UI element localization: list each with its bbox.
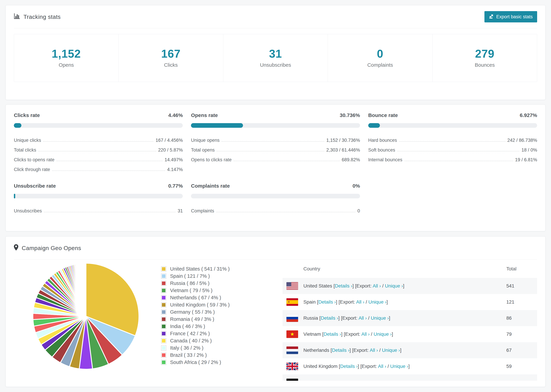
- rate-detail-row: Unique clicks167 / 4.456%: [14, 133, 183, 143]
- export-unique-link[interactable]: Unique ›: [368, 299, 387, 305]
- dotted-leader: [233, 161, 340, 161]
- dotted-leader: [222, 141, 324, 142]
- legend-swatch: [161, 345, 166, 351]
- country-name: Russia: [304, 315, 318, 321]
- geo-table-row-partial: [283, 374, 537, 381]
- rate-detail-value: 689.82%: [342, 157, 360, 163]
- rate-header: Clicks rate4.46%: [14, 112, 183, 118]
- export-all-link[interactable]: All ›: [359, 315, 367, 321]
- rate-detail-value: 14.497%: [165, 157, 183, 163]
- legend-label: United Kingdom ( 59 / 3% ): [170, 302, 230, 308]
- details-link[interactable]: Details ›: [340, 364, 358, 369]
- export-unique-link[interactable]: Unique ›: [371, 315, 389, 321]
- export-all-link[interactable]: All ›: [378, 364, 386, 369]
- rate-detail-label: Internal bounces: [368, 157, 403, 163]
- rates-grid: Clicks rate4.46%Unique clicks167 / 4.456…: [14, 112, 537, 214]
- export-unique-link[interactable]: Unique ›: [385, 283, 403, 288]
- legend-item-france[interactable]: France ( 42 / 2% ): [161, 330, 270, 337]
- country-row-text: Netherlands [Details ›] [Export: All › /…: [304, 348, 402, 353]
- dotted-leader: [397, 151, 519, 151]
- geo-table-row-united-kingdom: United Kingdom [Details ›] [Export: All …: [283, 358, 537, 374]
- legend-item-canada[interactable]: Canada ( 40 / 2% ): [161, 337, 270, 344]
- country-name: United Kingdom: [304, 364, 338, 369]
- stat-label: Clicks: [164, 62, 178, 68]
- rate-value: 4.46%: [168, 112, 183, 118]
- legend-label: Romania ( 49 / 3% ): [170, 316, 214, 322]
- rate-detail-label: Complaints: [191, 208, 214, 214]
- legend-item-netherlands[interactable]: Netherlands ( 67 / 4% ): [161, 294, 270, 301]
- legend-item-united-states[interactable]: United States ( 541 / 31% ): [161, 265, 270, 273]
- details-link[interactable]: Details ›: [335, 283, 353, 288]
- country-total: 79: [506, 331, 537, 337]
- progress-bar-fill: [14, 123, 21, 128]
- geo-table-header: Country Total: [283, 260, 537, 278]
- legend-item-south-africa[interactable]: South Africa ( 29 / 2% ): [161, 359, 270, 366]
- legend-swatch: [161, 352, 166, 358]
- country-name: United States: [304, 283, 332, 288]
- rate-details: Unique clicks167 / 4.456%Total clicks220…: [14, 133, 183, 173]
- rate-detail-row: Soft bounces18 / 0%: [368, 143, 537, 153]
- export-basic-stats-button[interactable]: Export basic stats: [484, 11, 537, 22]
- flag-icon-nl: [286, 346, 298, 354]
- rate-value: 0%: [353, 183, 360, 189]
- legend-swatch: [161, 338, 166, 343]
- rate-value: 6.927%: [520, 112, 537, 118]
- rate-detail-row: Unsubscribes31: [14, 204, 183, 214]
- country-row-text: United Kingdom [Details ›] [Export: All …: [304, 364, 410, 369]
- legend-swatch: [161, 317, 166, 322]
- legend-item-united-kingdom[interactable]: United Kingdom ( 59 / 3% ): [161, 301, 270, 308]
- geo-table-body: United States [Details ›] [Export: All ›…: [283, 278, 537, 381]
- geo-table-row-russia: Russia [Details ›] [Export: All › / Uniq…: [283, 310, 537, 326]
- rate-value: 30.736%: [340, 112, 360, 118]
- legend-item-germany[interactable]: Germany ( 55 / 3% ): [161, 308, 270, 315]
- legend-item-vietnam[interactable]: Vietnam ( 79 / 5% ): [161, 287, 270, 294]
- legend-item-brazil[interactable]: Brazil ( 33 / 2% ): [161, 351, 270, 359]
- country-row-text: United States [Details ›] [Export: All ›…: [304, 283, 404, 289]
- progress-bar: [191, 194, 360, 198]
- details-link[interactable]: Details ›: [324, 331, 341, 337]
- details-link[interactable]: Details ›: [332, 348, 350, 353]
- progress-bar: [14, 123, 183, 128]
- export-unique-link[interactable]: Unique ›: [382, 348, 400, 353]
- geo-table: Country Total United States [Details ›] …: [283, 260, 537, 381]
- legend-item-italy[interactable]: Italy ( 36 / 2% ): [161, 344, 270, 351]
- summary-stat-opens: 1,152Opens: [14, 34, 118, 82]
- legend-item-spain[interactable]: Spain ( 121 / 7% ): [161, 273, 270, 280]
- export-unique-link[interactable]: Unique ›: [374, 331, 392, 337]
- legend-item-romania[interactable]: Romania ( 49 / 3% ): [161, 315, 270, 323]
- rate-block-unsubscribe-rate: Unsubscribe rate0.77%Unsubscribes31: [14, 183, 183, 214]
- dotted-leader: [404, 161, 513, 161]
- country-total: 67: [506, 348, 537, 353]
- pie-slice-other[interactable]: [86, 263, 86, 316]
- rate-detail-label: Hard bounces: [368, 138, 397, 143]
- dotted-leader: [217, 151, 324, 151]
- rate-title: Unsubscribe rate: [14, 183, 56, 189]
- country-name: Netherlands: [304, 348, 329, 353]
- rate-detail-label: Total clicks: [14, 147, 36, 153]
- details-link[interactable]: Details ›: [321, 315, 338, 321]
- rate-detail-label: Unique clicks: [14, 138, 41, 143]
- rate-detail-row: Click through rate4.147%: [14, 163, 183, 173]
- export-all-link[interactable]: All ›: [356, 299, 364, 305]
- legend-label: Canada ( 40 / 2% ): [170, 338, 212, 343]
- export-all-link[interactable]: All ›: [370, 348, 378, 353]
- stat-value: 279: [475, 48, 494, 59]
- stat-value: 1,152: [52, 48, 81, 59]
- legend-swatch: [161, 331, 166, 336]
- legend-item-russia[interactable]: Russia ( 86 / 5% ): [161, 280, 270, 287]
- export-all-link[interactable]: All ›: [361, 331, 370, 337]
- country-row-text: Russia [Details ›] [Export: All › / Uniq…: [304, 315, 390, 321]
- map-pin-icon: [14, 244, 18, 252]
- details-link[interactable]: Details ›: [318, 299, 336, 305]
- summary-stats-row: 1,152Opens167Clicks31Unsubscribes0Compla…: [14, 34, 537, 82]
- export-unique-link[interactable]: Unique ›: [390, 364, 408, 369]
- geo-table-row-vietnam: Vietnam [Details ›] [Export: All › / Uni…: [283, 326, 537, 342]
- tracking-stats-title-group: Tracking stats: [14, 13, 61, 20]
- rate-detail-value: 4.147%: [167, 167, 183, 173]
- legend-label: United States ( 541 / 31% ): [170, 266, 230, 272]
- legend-item-india[interactable]: India ( 46 / 3% ): [161, 323, 270, 330]
- summary-stat-unsubscribes: 31Unsubscribes: [223, 34, 328, 82]
- rate-header: Opens rate30.736%: [191, 112, 360, 118]
- rate-header: Complaints rate0%: [191, 183, 360, 189]
- export-all-link[interactable]: All ›: [373, 283, 381, 288]
